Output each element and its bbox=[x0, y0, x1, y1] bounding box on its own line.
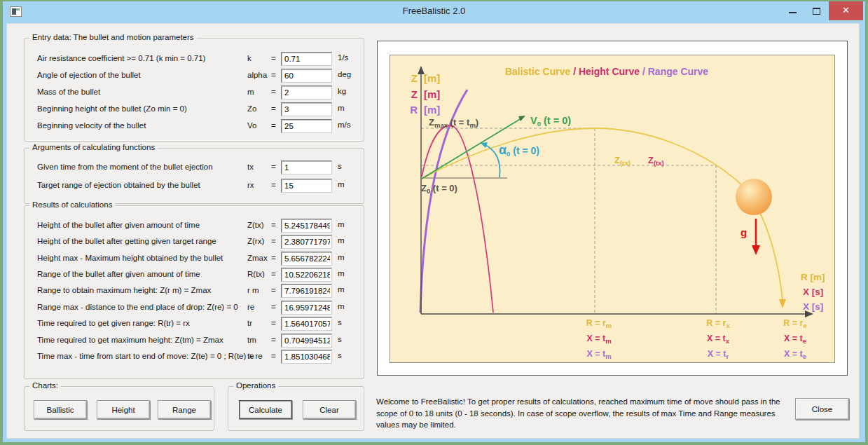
entry-label-k: Air resistance coefficient >= 0.71 (k mi… bbox=[37, 54, 205, 62]
argument-label-rx: Target range of ejection obtained by the… bbox=[37, 181, 200, 189]
equals-sign: = bbox=[271, 270, 276, 278]
ztx-output[interactable] bbox=[281, 219, 332, 233]
y-axis-label-z-crimson: Z bbox=[411, 88, 418, 100]
result-symbol: Z(rx) bbox=[247, 237, 264, 245]
x-tr-label: X = tr bbox=[708, 349, 729, 360]
result-label: Time required to get maximum height: Z(t… bbox=[37, 336, 223, 344]
entry-data-group: Entry data: The bullet and motion parame… bbox=[24, 38, 364, 142]
k-input[interactable] bbox=[281, 52, 332, 66]
zmax-output[interactable] bbox=[281, 252, 332, 266]
x-tm-label-purple: X = tm bbox=[586, 349, 611, 360]
argument-symbol-tx: tx bbox=[247, 163, 254, 171]
argument-symbol-rx: rx bbox=[247, 181, 254, 189]
entry-unit-zo: m bbox=[338, 104, 345, 112]
equals-sign: = bbox=[271, 286, 276, 294]
maximize-button[interactable] bbox=[810, 6, 824, 18]
results-group-title: Results of calculations bbox=[29, 200, 115, 209]
y-axis-unit-r-purple: [m] bbox=[424, 104, 440, 116]
height-chart-button[interactable]: Height bbox=[97, 400, 150, 419]
equals-sign: = bbox=[271, 88, 276, 96]
ballistic-chart-button[interactable]: Ballistic bbox=[34, 400, 87, 419]
equals-sign: = bbox=[271, 71, 276, 79]
mass-input[interactable] bbox=[281, 85, 332, 100]
z-tx-label: Z(tx) bbox=[648, 155, 664, 167]
zrx-output[interactable] bbox=[281, 235, 332, 249]
clear-button[interactable]: Clear bbox=[303, 400, 356, 419]
equals-sign: = bbox=[271, 254, 276, 262]
te-output[interactable] bbox=[281, 350, 332, 364]
equals-sign: = bbox=[271, 181, 276, 189]
calculate-button[interactable]: Calculate bbox=[239, 400, 292, 419]
operations-group-title: Operations bbox=[233, 381, 278, 390]
result-symbol: tm bbox=[247, 336, 256, 344]
close-button[interactable]: Close bbox=[795, 398, 849, 420]
argument-unit-rx: m bbox=[338, 180, 345, 189]
x-tx-label: X = tx bbox=[707, 334, 730, 345]
operations-group: Operations Calculate Clear bbox=[228, 386, 364, 431]
r-rx-label: R = rx bbox=[706, 318, 730, 329]
result-symbol: te bbox=[247, 352, 254, 360]
equals-sign: = bbox=[271, 104, 276, 113]
argument-unit-tx: s bbox=[338, 162, 342, 170]
entry-row-zo: Beginning height of the bullet (Zo min =… bbox=[25, 102, 364, 117]
tx-input[interactable] bbox=[281, 160, 332, 174]
dashed-guides bbox=[421, 128, 716, 314]
entry-unit-alpha: deg bbox=[338, 70, 351, 78]
balistic-curve-line bbox=[422, 128, 783, 300]
result-row-zmax: Height max - Maximum height obtained by … bbox=[25, 252, 364, 266]
alpha-input[interactable] bbox=[281, 69, 332, 83]
vo-input[interactable] bbox=[281, 119, 332, 133]
gravity-arrowhead bbox=[752, 245, 760, 255]
rtx-output[interactable] bbox=[281, 268, 332, 282]
close-window-button[interactable]: ✕ bbox=[829, 1, 863, 20]
result-label: Time max - time from start to end of mov… bbox=[37, 352, 263, 360]
result-row-tr: Time required to get given range: R(tr) … bbox=[25, 317, 364, 331]
range-chart-button[interactable]: Range bbox=[158, 400, 211, 419]
entry-row-alpha: Angle of ejection of the bullet alpha = … bbox=[25, 69, 364, 83]
v0-arrowhead bbox=[518, 116, 525, 121]
entry-label-alpha: Angle of ejection of the bullet bbox=[37, 71, 141, 79]
result-unit: s bbox=[338, 335, 342, 343]
result-label: Time required to get given range: R(tr) … bbox=[37, 319, 190, 327]
welcome-text: Welcome to FreeBalistic! To get proper r… bbox=[376, 396, 790, 431]
result-row-te: Time max - time from start to end of mov… bbox=[25, 350, 364, 364]
result-row-zrx: Height of the bullet after getting given… bbox=[25, 235, 364, 249]
charts-group: Charts: Ballistic Height Range bbox=[24, 386, 214, 431]
x-tm-label-crimson: X = tm bbox=[586, 334, 611, 345]
entry-row-k: Air resistance coefficient >= 0.71 (k mi… bbox=[25, 52, 364, 67]
zo-input[interactable] bbox=[281, 102, 332, 116]
tr-output[interactable] bbox=[281, 317, 332, 331]
result-label: Range to obtain maximum height: Z(r m) =… bbox=[37, 286, 211, 294]
result-unit: s bbox=[338, 351, 342, 360]
tm-output[interactable] bbox=[281, 334, 332, 348]
y-axis-label-r-purple: R bbox=[410, 104, 418, 116]
re-output[interactable] bbox=[281, 301, 332, 315]
result-unit: m bbox=[338, 236, 345, 245]
result-symbol: R(tx) bbox=[247, 270, 265, 278]
equals-sign: = bbox=[271, 336, 276, 344]
result-row-re: Range max - distance to the end place of… bbox=[25, 301, 364, 315]
r-re-label: R = re bbox=[783, 318, 806, 329]
rx-input[interactable] bbox=[281, 179, 332, 193]
entry-symbol-m: m bbox=[247, 88, 254, 96]
g-label: g bbox=[740, 226, 747, 238]
maximize-icon bbox=[813, 8, 820, 15]
result-symbol: re bbox=[247, 303, 254, 311]
result-row-ztx: Height of the bullet after given amount … bbox=[25, 219, 364, 233]
entry-row-vo: Beginning velocity of the bullet Vo = m/… bbox=[25, 119, 364, 134]
y-axis-label-z-gold: Z bbox=[411, 72, 418, 84]
result-label: Height of the bullet after getting given… bbox=[37, 237, 216, 245]
result-row-rm: Range to obtain maximum height: Z(r m) =… bbox=[25, 284, 364, 299]
x-axis-label-x-purple: X [s] bbox=[803, 301, 823, 312]
balistic-curve-arrowhead bbox=[779, 299, 786, 308]
x-axis-label-r: R [m] bbox=[801, 272, 825, 282]
rm-output[interactable] bbox=[281, 284, 332, 298]
result-label: Height max - Maximum height obtained by … bbox=[37, 254, 223, 262]
x-axis-label-x-crimson: X [s] bbox=[803, 287, 823, 297]
minimize-icon bbox=[789, 12, 797, 13]
argument-label-tx: Given time from the moment of the bullet… bbox=[37, 163, 213, 171]
result-label: Range max - distance to the end place of… bbox=[37, 303, 238, 311]
result-unit: m bbox=[338, 285, 345, 294]
result-unit: m bbox=[338, 269, 345, 278]
minimize-button[interactable] bbox=[786, 6, 800, 18]
